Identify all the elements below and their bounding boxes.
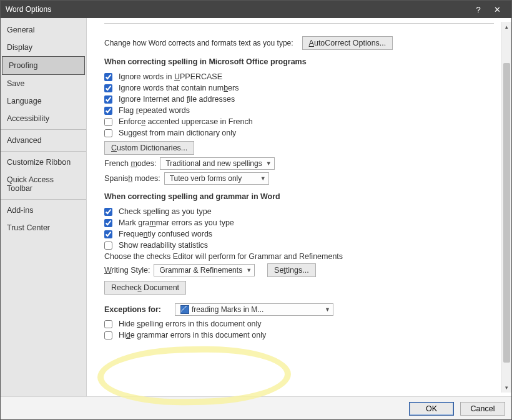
- autocorrect-intro: Change how Word corrects and formats tex…: [104, 36, 500, 50]
- french-modes-select[interactable]: Traditional and new spellings▼: [160, 157, 274, 170]
- exceptions-label-1: Hide grammar errors in this document onl…: [119, 331, 266, 339]
- office-spell-label-5: Suggest from main dictionary only: [119, 129, 236, 137]
- word-spell-label-0: Check spelling as you type: [119, 207, 212, 216]
- scroll-up-icon[interactable]: ▴: [502, 22, 511, 32]
- office-spell-label-2: Ignore Internet and file addresses: [119, 95, 235, 104]
- word-spell-label-2: Frequently confused words: [119, 230, 212, 238]
- exceptions-document-select[interactable]: freading Marks in M... ▼: [175, 303, 333, 316]
- category-sidebar: GeneralDisplayProofingSaveLanguageAccess…: [1, 18, 87, 396]
- office-spell-checkbox-5[interactable]: [104, 129, 112, 137]
- chevron-down-icon: ▼: [260, 175, 266, 182]
- exceptions-label: Exceptions for:: [104, 305, 161, 314]
- sidebar-item-add-ins[interactable]: Add-ins: [1, 202, 86, 219]
- office-spell-label-4: Enforce accented uppercase in French: [119, 117, 253, 126]
- word-spell-label-1: Mark grammar errors as you type: [119, 218, 234, 227]
- exceptions-label-0: Hide spelling errors in this document on…: [119, 320, 262, 328]
- word-spell-checkbox-3[interactable]: [104, 242, 112, 250]
- sidebar-item-advanced[interactable]: Advanced: [1, 132, 86, 149]
- recheck-document-button[interactable]: Recheck Document: [104, 281, 186, 295]
- word-spell-checkbox-1[interactable]: [104, 219, 112, 227]
- word-spell-checkbox-2[interactable]: [104, 230, 112, 238]
- chevron-down-icon: ▼: [246, 267, 252, 273]
- settings-button[interactable]: Settings...: [267, 263, 316, 277]
- chevron-down-icon: ▼: [325, 306, 330, 313]
- french-modes-label: French modes:: [104, 159, 156, 168]
- proofing-panel: Change how Word corrects and formats tex…: [87, 18, 500, 396]
- section-office-spelling: When correcting spelling in Microsoft Of…: [104, 57, 500, 66]
- word-spell-label-3: Show readability statistics: [119, 241, 208, 250]
- sidebar-item-save[interactable]: Save: [1, 75, 86, 92]
- sidebar-item-accessibility[interactable]: Accessibility: [1, 110, 86, 127]
- office-spell-label-0: Ignore words in UPPERCASE: [119, 72, 222, 81]
- sidebar-item-display[interactable]: Display: [1, 39, 86, 56]
- chevron-down-icon: ▼: [266, 160, 272, 167]
- writing-style-label: Writing Style:: [104, 266, 150, 275]
- office-spell-checkbox-0[interactable]: [104, 73, 112, 81]
- window-title: Word Options: [6, 5, 469, 14]
- spanish-modes-label: Spanish modes:: [104, 174, 160, 183]
- vertical-scrollbar[interactable]: ▴ ▾: [501, 22, 511, 393]
- dialog-footer: OK Cancel: [1, 396, 511, 420]
- office-spell-checkbox-1[interactable]: [104, 84, 112, 92]
- scrollbar-thumb[interactable]: [503, 63, 510, 363]
- office-spell-checkbox-3[interactable]: [104, 107, 112, 115]
- close-button[interactable]: ✕: [488, 5, 506, 14]
- sidebar-item-trust-center[interactable]: Trust Center: [1, 219, 86, 237]
- scroll-down-icon[interactable]: ▾: [502, 383, 511, 393]
- dialog-body: GeneralDisplayProofingSaveLanguageAccess…: [1, 18, 511, 396]
- help-button[interactable]: ?: [469, 5, 488, 14]
- office-spell-checkbox-4[interactable]: [104, 118, 112, 126]
- ok-button[interactable]: OK: [409, 402, 454, 416]
- choose-checks-text: Choose the checks Editor will perform fo…: [104, 252, 343, 261]
- document-icon: [180, 305, 189, 314]
- sidebar-item-quick-access-toolbar[interactable]: Quick Access Toolbar: [1, 171, 86, 197]
- writing-style-select[interactable]: Grammar & Refinements▼: [154, 264, 255, 276]
- office-spell-checkbox-2[interactable]: [104, 95, 112, 104]
- section-word-spellgrammar: When correcting spelling and grammar in …: [104, 192, 500, 201]
- exceptions-checkbox-0[interactable]: [104, 320, 112, 328]
- sidebar-item-proofing[interactable]: Proofing: [2, 56, 85, 75]
- autocorrect-intro-text: Change how Word corrects and formats tex…: [104, 39, 293, 47]
- office-spell-label-1: Ignore words that contain numbers: [119, 84, 239, 92]
- custom-dictionaries-button[interactable]: Custom Dictionaries...: [104, 141, 194, 155]
- word-options-dialog: Word Options ? ✕ GeneralDisplayProofingS…: [0, 0, 512, 420]
- sidebar-item-language[interactable]: Language: [1, 92, 86, 110]
- autocorrect-options-button[interactable]: AutoCorrect Options...: [302, 36, 393, 50]
- cancel-button[interactable]: Cancel: [460, 402, 505, 416]
- exceptions-checkbox-1[interactable]: [104, 331, 112, 339]
- sidebar-item-customize-ribbon[interactable]: Customize Ribbon: [1, 154, 86, 171]
- titlebar: Word Options ? ✕: [1, 1, 511, 18]
- office-spell-label-3: Flag repeated words: [119, 106, 190, 115]
- sidebar-item-general[interactable]: General: [1, 21, 86, 39]
- word-spell-checkbox-0[interactable]: [104, 208, 112, 216]
- content-wrap: Change how Word corrects and formats tex…: [87, 18, 511, 396]
- spanish-modes-select[interactable]: Tuteo verb forms only▼: [164, 172, 269, 185]
